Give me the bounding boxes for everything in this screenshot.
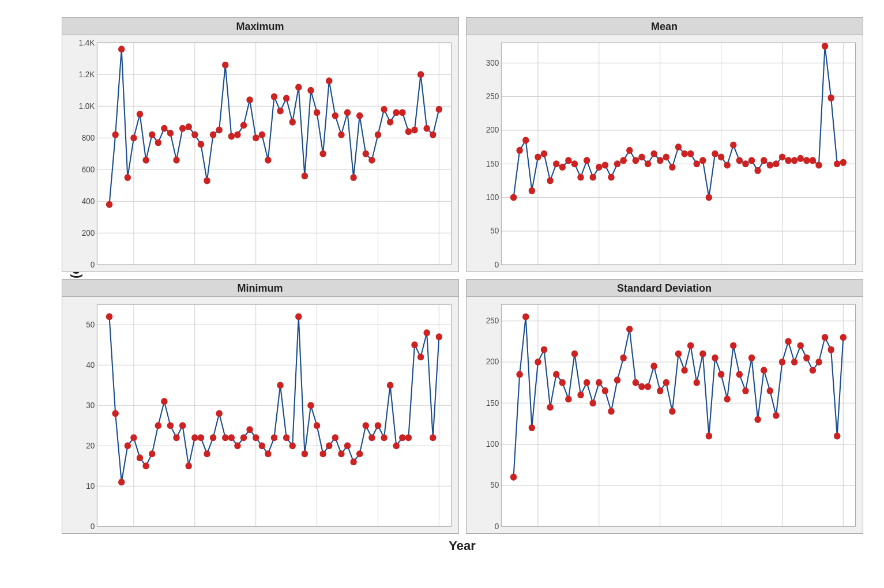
svg-point-131 (608, 174, 614, 180)
svg-point-72 (356, 112, 362, 119)
svg-point-228 (295, 313, 302, 320)
svg-point-76 (381, 106, 387, 113)
svg-point-132 (614, 160, 620, 167)
svg-text:50: 50 (490, 480, 499, 489)
svg-point-42 (173, 157, 179, 164)
svg-point-217 (228, 434, 234, 441)
svg-point-38 (148, 131, 155, 138)
svg-point-147 (705, 194, 712, 201)
svg-text:1970: 1970 (125, 271, 142, 272)
svg-point-34 (124, 174, 130, 181)
svg-text:30: 30 (86, 400, 95, 409)
chart-wrapper: Discharge (cms) Maximum02004006008001.0K… (16, 12, 869, 576)
svg-point-46 (197, 141, 204, 148)
svg-point-210 (185, 462, 191, 469)
svg-text:1990: 1990 (651, 271, 668, 272)
svg-point-307 (681, 367, 687, 374)
svg-point-302 (650, 363, 657, 370)
svg-point-120 (540, 150, 547, 157)
svg-point-77 (386, 119, 393, 126)
svg-point-118 (528, 187, 535, 194)
svg-point-230 (307, 402, 314, 409)
svg-point-320 (760, 367, 766, 374)
svg-point-331 (827, 346, 834, 353)
svg-point-133 (620, 157, 626, 164)
svg-point-280 (516, 371, 522, 378)
svg-text:0: 0 (90, 259, 95, 269)
svg-text:50: 50 (86, 319, 95, 329)
svg-point-322 (773, 412, 779, 419)
svg-point-249 (423, 329, 430, 336)
svg-text:200: 200 (81, 228, 95, 237)
svg-point-242 (381, 434, 387, 441)
svg-point-283 (535, 359, 541, 365)
svg-point-59 (277, 107, 283, 114)
svg-point-128 (589, 174, 596, 180)
svg-point-66 (319, 150, 326, 157)
svg-point-238 (356, 450, 362, 457)
svg-text:100: 100 (486, 193, 499, 202)
svg-point-125 (571, 160, 577, 167)
svg-text:0: 0 (494, 259, 499, 269)
panel-title-std_dev: Standard Deviation (467, 280, 863, 297)
svg-point-332 (834, 432, 840, 439)
svg-point-165 (815, 161, 822, 168)
svg-text:150: 150 (486, 398, 499, 407)
svg-point-206 (161, 398, 167, 405)
svg-point-152 (736, 157, 742, 164)
svg-point-162 (797, 155, 803, 162)
svg-text:600: 600 (81, 164, 95, 174)
svg-text:250: 250 (486, 92, 499, 101)
svg-point-83 (423, 125, 430, 132)
svg-point-305 (669, 408, 675, 415)
svg-point-39 (155, 139, 161, 146)
svg-point-246 (405, 434, 411, 441)
svg-point-156 (760, 157, 766, 164)
chart-svg-minimum: 01020304050197019801990200020102020 (62, 297, 458, 534)
svg-point-138 (650, 150, 657, 157)
svg-point-67 (326, 77, 332, 84)
svg-point-237 (350, 458, 356, 465)
svg-point-286 (552, 371, 559, 378)
svg-text:1980: 1980 (590, 533, 607, 534)
svg-point-231 (313, 422, 319, 429)
svg-point-312 (712, 355, 718, 361)
svg-text:1990: 1990 (247, 271, 264, 272)
svg-point-146 (699, 157, 706, 164)
svg-point-201 (130, 434, 137, 441)
svg-point-291 (583, 379, 589, 386)
svg-point-137 (644, 160, 650, 167)
svg-point-168 (834, 160, 840, 167)
svg-point-293 (596, 379, 602, 386)
svg-point-37 (142, 157, 149, 164)
svg-point-315 (730, 342, 736, 349)
svg-point-40 (161, 125, 167, 132)
svg-point-300 (638, 383, 645, 390)
svg-point-212 (197, 434, 204, 441)
svg-point-205 (155, 422, 161, 429)
svg-point-200 (124, 442, 130, 449)
svg-point-161 (791, 157, 797, 164)
svg-point-204 (148, 450, 155, 457)
svg-point-317 (742, 387, 748, 394)
svg-point-82 (417, 71, 423, 78)
svg-point-55 (252, 134, 258, 141)
svg-point-229 (301, 450, 307, 457)
svg-point-148 (712, 150, 718, 157)
svg-point-126 (577, 174, 584, 180)
svg-point-124 (565, 157, 571, 164)
svg-point-311 (705, 432, 712, 439)
svg-text:2020: 2020 (834, 533, 852, 534)
svg-text:2000: 2000 (308, 271, 325, 272)
svg-point-287 (559, 379, 565, 386)
svg-point-167 (827, 95, 834, 101)
svg-point-224 (270, 434, 277, 441)
svg-point-329 (815, 359, 822, 365)
svg-text:2010: 2010 (369, 271, 386, 272)
svg-point-219 (240, 434, 246, 441)
svg-point-279 (510, 474, 516, 481)
svg-point-327 (803, 355, 810, 361)
svg-point-239 (362, 422, 368, 429)
svg-text:0: 0 (494, 521, 499, 530)
svg-point-233 (326, 442, 332, 449)
